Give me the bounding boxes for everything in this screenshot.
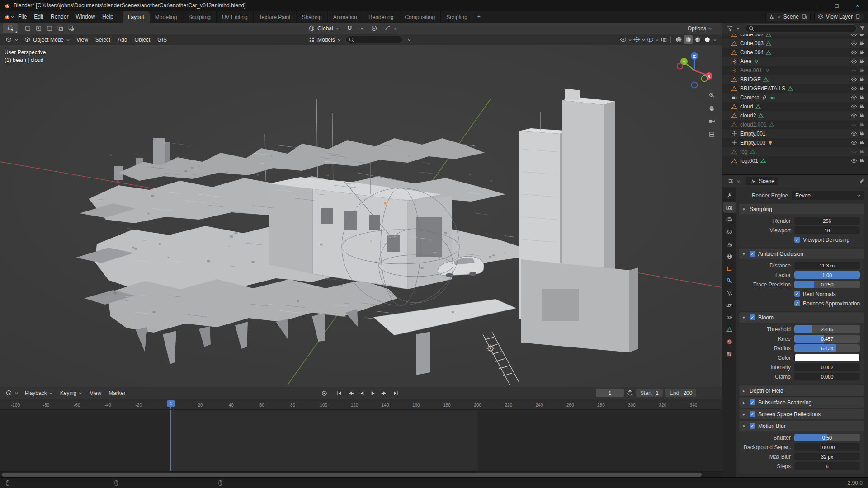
jump-to-start-button[interactable] <box>334 389 344 398</box>
move-view-button[interactable] <box>707 103 716 113</box>
value-field-intensity[interactable]: 0.002 <box>794 363 860 371</box>
slider-factor[interactable]: 1.00 <box>794 271 860 279</box>
scene-selector[interactable]: Scene <box>765 13 811 21</box>
hide-in-viewport-toggle[interactable] <box>851 103 857 110</box>
hide-in-viewport-toggle[interactable] <box>851 140 857 146</box>
disable-in-renders-toggle[interactable] <box>859 76 865 83</box>
viewport-menu-view[interactable]: View <box>73 35 92 44</box>
outliner-row-fog-001[interactable]: fog.001 <box>722 156 868 165</box>
viewport-menu-object[interactable]: Object <box>131 35 154 44</box>
search-options-dropdown[interactable] <box>405 35 414 44</box>
add-workspace-button[interactable]: + <box>473 11 485 23</box>
workspace-tab-shading[interactable]: Shading <box>297 11 328 23</box>
active-tool-button[interactable] <box>3 23 18 33</box>
maximize-button[interactable]: □ <box>826 0 847 11</box>
outliner-row-cube-003[interactable]: Cube.003 <box>722 39 868 48</box>
select-mode-invert-button[interactable] <box>55 24 65 33</box>
end-frame-field[interactable]: End 200 <box>665 389 696 397</box>
value-field-background-separ[interactable]: 100.00 <box>794 443 860 451</box>
outliner-row-empty-001[interactable]: Empty.001 <box>722 129 868 138</box>
outliner-row-area-001[interactable]: Area.001 <box>722 66 868 75</box>
shading-material-preview-button[interactable] <box>693 35 702 44</box>
panel-header-subsurface-scattering[interactable]: ▸✓Subsurface Scattering <box>739 397 864 408</box>
panel-checkbox-bloom[interactable]: ✓ <box>750 314 755 320</box>
properties-tab-output[interactable] <box>723 214 736 225</box>
blender-menu-icon[interactable] <box>4 14 10 20</box>
timeline-scrollbar[interactable] <box>0 471 722 477</box>
jump-to-end-button[interactable] <box>391 389 401 398</box>
disable-in-renders-toggle[interactable] <box>859 85 865 92</box>
panel-header-ambient-occlusion[interactable]: ▾✓Ambient Occlusion <box>739 249 864 259</box>
disable-in-renders-toggle[interactable] <box>859 131 865 137</box>
properties-tab-world[interactable] <box>723 251 736 262</box>
hide-in-viewport-toggle[interactable] <box>851 94 857 101</box>
select-mode-new-button[interactable] <box>23 24 33 33</box>
hide-in-viewport-toggle[interactable] <box>851 67 857 74</box>
properties-tab-physics[interactable] <box>723 300 736 310</box>
proportional-falloff-dropdown[interactable] <box>382 24 400 33</box>
timeline-scrollbar-thumb[interactable] <box>2 473 702 477</box>
start-frame-field[interactable]: Start 1 <box>636 389 663 397</box>
new-scene-icon[interactable] <box>801 14 807 20</box>
playhead-line[interactable] <box>170 410 171 471</box>
editor-type-button-properties[interactable] <box>725 177 743 185</box>
hide-in-viewport-toggle[interactable] <box>851 40 857 47</box>
options-dropdown[interactable]: Options <box>685 24 715 33</box>
select-mode-subtract-button[interactable] <box>44 24 54 33</box>
auto-keying-record-button[interactable] <box>319 389 330 398</box>
outliner-row-cloud[interactable]: cloud <box>722 102 868 111</box>
viewport-menu-gis[interactable]: GIS <box>154 35 170 44</box>
panel-header-sampling[interactable]: ▾Sampling <box>739 204 864 214</box>
models-dropdown[interactable]: Models <box>306 35 344 44</box>
navigation-gizmo[interactable]: Z X Y <box>674 50 715 91</box>
hide-in-viewport-toggle[interactable] <box>851 76 857 83</box>
disable-in-renders-toggle[interactable] <box>859 113 865 119</box>
workspace-tab-modeling[interactable]: Modeling <box>150 11 183 23</box>
disable-in-renders-toggle[interactable] <box>859 58 865 65</box>
workspace-tab-uv-editing[interactable]: UV Editing <box>217 11 254 23</box>
outliner-row-cube-004[interactable]: Cube.004 <box>722 48 868 57</box>
properties-tab-object-data[interactable] <box>723 324 736 335</box>
play-button[interactable] <box>368 389 378 398</box>
zoom-button[interactable] <box>707 90 716 99</box>
playhead-label[interactable]: 1 <box>167 400 175 407</box>
toggle-orthographic-button[interactable] <box>707 130 716 139</box>
outliner-search[interactable] <box>745 24 857 32</box>
minimize-button[interactable]: – <box>806 0 826 11</box>
viewport-search[interactable] <box>345 36 403 43</box>
disable-in-renders-toggle[interactable] <box>859 149 865 155</box>
outliner-row-empty-003[interactable]: Empty.003 <box>722 138 868 147</box>
shading-wireframe-button[interactable] <box>674 35 683 44</box>
panel-checkbox-motion-blur[interactable]: ✓ <box>750 423 755 429</box>
disable-in-renders-toggle[interactable] <box>859 103 865 110</box>
current-frame-field[interactable]: 1 <box>596 389 624 397</box>
timeline-menu-playback[interactable]: Playback <box>21 389 57 398</box>
panel-header-motion-blur[interactable]: ▾✓Motion Blur <box>739 421 864 431</box>
shading-rendered-button[interactable] <box>703 35 712 44</box>
panel-checkbox-subsurface-scattering[interactable]: ✓ <box>750 399 755 405</box>
menu-render[interactable]: Render <box>47 12 72 21</box>
mode-dropdown[interactable]: Object Mode <box>21 35 73 44</box>
properties-tab-tool[interactable] <box>723 190 736 201</box>
shading-solid-button[interactable] <box>684 35 693 44</box>
render-engine-dropdown[interactable]: Eevee <box>792 191 864 200</box>
properties-tab-object[interactable] <box>723 263 736 274</box>
menu-edit[interactable]: Edit <box>30 12 47 21</box>
new-view-layer-icon[interactable] <box>855 14 861 20</box>
snap-toggle[interactable] <box>344 24 356 33</box>
properties-tab-scene[interactable] <box>723 239 736 249</box>
next-keyframe-button[interactable] <box>379 389 390 398</box>
slider-shutter[interactable]: 0.50 <box>794 434 860 441</box>
workspace-tab-compositing[interactable]: Compositing <box>399 11 441 23</box>
slider-radius[interactable]: 6.438 <box>794 344 860 352</box>
properties-tab-particles[interactable] <box>723 287 736 298</box>
workspace-tab-rendering[interactable]: Rendering <box>363 11 399 23</box>
hide-in-viewport-toggle[interactable] <box>851 131 857 137</box>
color-field-color[interactable] <box>794 354 860 361</box>
value-field-render[interactable]: 256 <box>794 217 860 225</box>
timeline-body[interactable] <box>0 410 722 471</box>
outliner-row-fog[interactable]: fog <box>722 147 868 156</box>
panel-header-depth-of-field[interactable]: ▸Depth of Field <box>739 385 864 396</box>
preview-range-toggle[interactable] <box>627 389 633 396</box>
menu-help[interactable]: Help <box>99 12 117 21</box>
